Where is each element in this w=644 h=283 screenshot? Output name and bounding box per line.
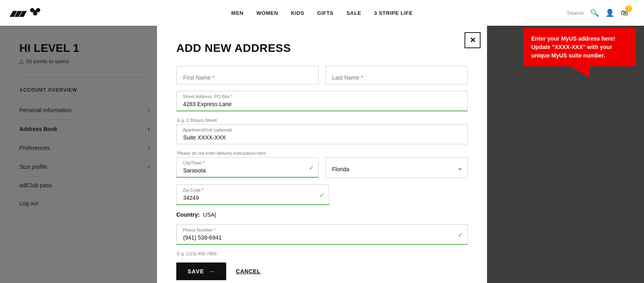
apartment-group: Apartment/Unit (optional) [176,124,468,144]
phone-valid-icon: ✓ [458,231,463,238]
nav-men[interactable]: MEN [231,10,244,16]
nav-kids[interactable]: KIDS [291,10,304,16]
header-right: Search 🔍 👤 🛍 1 [567,8,634,17]
street-group: Street Address, PO Box * [176,91,468,111]
zip-group: Zip Code * ✓ [176,185,329,205]
apartment-row: Apartment/Unit (optional) [176,124,468,144]
apartment-label: Apartment/Unit (optional) [183,127,232,132]
country-row: Country: USA| [176,211,468,218]
header: MEN WOMEN KIDS GIFTS SALE 3 STRIPE LIFE … [0,0,644,26]
phone-group: Phone Number * ✓ [176,224,468,245]
state-select[interactable]: Florida [325,157,468,178]
street-hint: E.g. 3 Stripes Street [176,118,468,123]
country-value: USA| [203,211,216,218]
last-name-group [325,66,468,84]
city-group: City/Town * ✓ [176,157,319,178]
close-button[interactable]: ✕ [464,32,481,48]
button-row: SAVE → CANCEL [176,262,468,280]
nav-sale[interactable]: SALE [347,10,361,16]
nav-gifts[interactable]: GIFTS [317,10,334,16]
country-label: Country: [176,211,200,218]
city-label: City/Town * [183,160,205,165]
city-state-row: City/Town * ✓ Florida ⌄ [176,157,468,178]
cancel-button[interactable]: CANCEL [236,268,260,275]
add-address-modal: ✕ ADD NEW ADDRESS Street Address, PO Box… [157,26,487,283]
street-label: Street Address, PO Box * [183,94,233,99]
cart-count: 1 [625,6,632,12]
phone-hint: E.g. (123) 456-7890 [176,251,468,256]
myus-tooltip: Enter your MyUS address here! Update "XX… [523,28,636,66]
main-nav: MEN WOMEN KIDS GIFTS SALE 3 STRIPE LIFE [231,10,413,16]
zip-valid-icon: ✓ [319,191,324,199]
zip-row: Zip Code * ✓ [176,185,468,205]
first-name-input[interactable] [176,66,319,84]
name-row [176,66,468,84]
save-button[interactable]: SAVE → [176,262,226,280]
phone-input[interactable] [176,224,468,245]
tooltip-arrow [570,66,590,78]
first-name-group [176,66,319,84]
zip-label: Zip Code * [183,188,204,193]
account-icon[interactable]: 👤 [605,8,614,17]
phone-label: Phone Number * [183,228,215,232]
logo[interactable] [10,5,42,21]
search-label: Search [567,10,584,16]
last-name-input[interactable] [325,66,468,84]
nav-women[interactable]: WOMEN [256,10,278,16]
street-row: Street Address, PO Box * [176,91,468,111]
city-valid-icon: ✓ [309,164,314,172]
modal-title: ADD NEW ADDRESS [176,42,468,55]
apartment-hint: Please do not enter delivery instruction… [176,151,468,156]
phone-row: Phone Number * ✓ [176,224,468,245]
state-group: Florida ⌄ [325,157,468,178]
search-icon[interactable]: 🔍 [590,8,599,17]
nav-3stripe[interactable]: 3 STRIPE LIFE [374,10,413,16]
arrow-icon: → [209,268,215,275]
